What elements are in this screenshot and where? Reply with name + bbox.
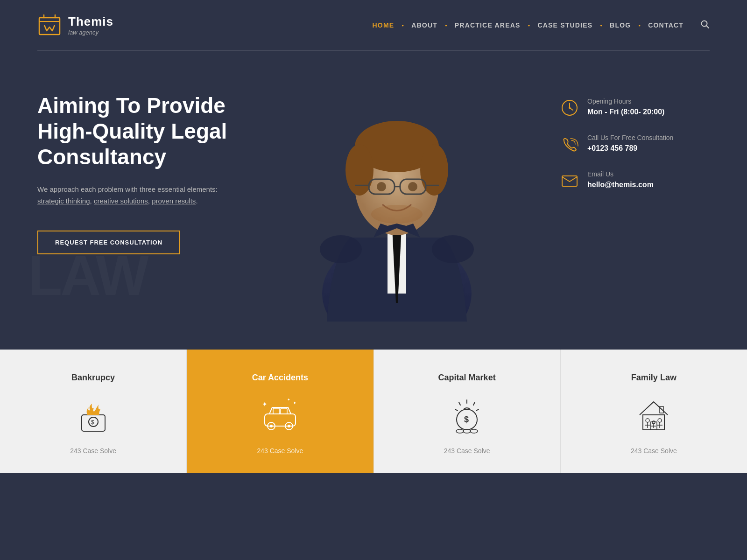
phone-icon [560,135,579,154]
svg-rect-32 [265,414,296,426]
svg-point-58 [658,419,662,422]
svg-rect-0 [39,18,60,35]
email-label: Email Us [587,170,654,178]
logo-text: Themis law agency [68,14,113,36]
logo-icon [37,13,62,37]
svg-point-36 [288,425,290,427]
phone-value: +0123 456 789 [587,144,673,153]
hero-description: We approach each problem with three esse… [37,183,233,207]
svg-point-20 [408,182,417,191]
capital-market-cases: 243 Case Solve [444,447,490,455]
svg-text:✦: ✦ [262,400,268,408]
svg-text:✦: ✦ [287,398,290,402]
svg-text:$: $ [91,419,94,426]
email-info: Email Us hello@themis.com [587,170,654,189]
car-accidents-icon-area: ✦ ✦ ✦ [259,394,301,436]
svg-line-5 [706,26,709,28]
hero-right-info: Opening Hours Mon - Fri (8:00- 20:00) Ca… [560,79,710,190]
svg-line-48 [455,409,458,411]
search-button[interactable] [700,20,710,31]
nav-blog[interactable]: BLOG [606,20,634,31]
bankruptcy-icon-area: $ [72,394,114,436]
cta-button[interactable]: Request Free Consultation [37,231,180,254]
opening-hours-value: Mon - Fri (8:00- 20:00) [587,108,664,116]
nav-contact[interactable]: CONTACT [644,20,687,31]
nav-dot-5: ● [638,23,641,28]
svg-point-27 [569,107,571,109]
opening-hours-card: Opening Hours Mon - Fri (8:00- 20:00) [560,98,710,117]
svg-point-22 [320,235,362,263]
family-law-card[interactable]: Family Law [561,350,747,473]
nav-dot-3: ● [528,23,530,28]
phone-label: Call Us For Free Consultation [587,134,673,141]
strategic-thinking-link[interactable]: strategic thinking [37,197,90,205]
capital-market-card[interactable]: Capital Market $ 243 Case Solve [374,350,561,473]
logo[interactable]: Themis law agency [37,13,113,37]
nav-home[interactable]: HOME [369,20,398,31]
hero-title: Aiming To Provide High-Quality Legal Con… [37,93,233,170]
svg-line-45 [473,402,475,405]
capital-market-title: Capital Market [438,373,496,383]
practice-cards-section: Bankrupcy $ 243 Case Solve Car Accidents [0,350,747,473]
svg-text:✦: ✦ [293,400,296,406]
svg-rect-37 [273,408,280,414]
capital-market-icon-area: $ [446,394,488,436]
main-nav: HOME ● ABOUT ● PRACTICE AREAS ● CASE STU… [369,20,710,31]
brand-name: Themis [68,14,113,29]
svg-point-49 [456,429,464,433]
svg-point-21 [371,205,423,224]
svg-text:$: $ [464,415,469,424]
opening-hours-label: Opening Hours [587,98,664,105]
svg-point-61 [652,421,655,424]
nav-case-studies[interactable]: CASE STUDIES [534,20,596,31]
svg-point-35 [270,425,273,427]
svg-point-19 [377,182,386,191]
car-accidents-card[interactable]: Car Accidents ✦ ✦ ✦ 243 Case Solve [187,350,374,473]
car-accidents-icon: ✦ ✦ ✦ [259,396,301,434]
email-icon [560,171,579,190]
nav-practice-areas[interactable]: PRACTICE AREAS [451,20,524,31]
svg-line-47 [476,409,479,411]
capital-market-icon: $ [446,396,488,434]
bankruptcy-title: Bankrupcy [71,373,115,383]
person-svg [289,79,504,322]
car-accidents-cases: 243 Case Solve [257,447,303,455]
svg-point-55 [646,419,649,422]
svg-point-23 [432,235,474,263]
email-value: hello@themis.com [587,181,654,189]
site-header: Themis law agency HOME ● ABOUT ● PRACTIC… [0,0,747,50]
bankruptcy-icon: $ [72,396,114,434]
svg-point-51 [470,429,478,433]
nav-dot-1: ● [402,23,404,28]
hero-section: LAW Aiming To Provide High-Quality Legal… [0,51,747,322]
svg-line-46 [459,402,460,405]
family-law-icon-area [633,394,675,436]
hero-left-content: Aiming To Provide High-Quality Legal Con… [37,79,233,254]
svg-point-13 [420,144,448,196]
email-card: Email Us hello@themis.com [560,170,710,190]
bankruptcy-card[interactable]: Bankrupcy $ 243 Case Solve [0,350,187,473]
nav-dot-2: ● [445,23,447,28]
bankruptcy-cases: 243 Case Solve [70,447,116,455]
hero-person-image [233,79,560,322]
car-accidents-title: Car Accidents [252,373,308,383]
phone-info: Call Us For Free Consultation +0123 456 … [587,134,673,153]
proven-results-link[interactable]: proven results [152,197,196,205]
opening-hours-info: Opening Hours Mon - Fri (8:00- 20:00) [587,98,664,116]
phone-card: Call Us For Free Consultation +0123 456 … [560,134,710,154]
nav-about[interactable]: ABOUT [408,20,441,31]
creative-solutions-link[interactable]: creative solutions [94,197,148,205]
family-law-icon [633,396,675,434]
family-law-cases: 243 Case Solve [631,447,677,455]
svg-rect-38 [281,408,287,414]
clock-icon [560,98,579,117]
brand-tagline: law agency [68,29,113,36]
family-law-title: Family Law [631,373,677,383]
nav-dot-4: ● [600,23,602,28]
